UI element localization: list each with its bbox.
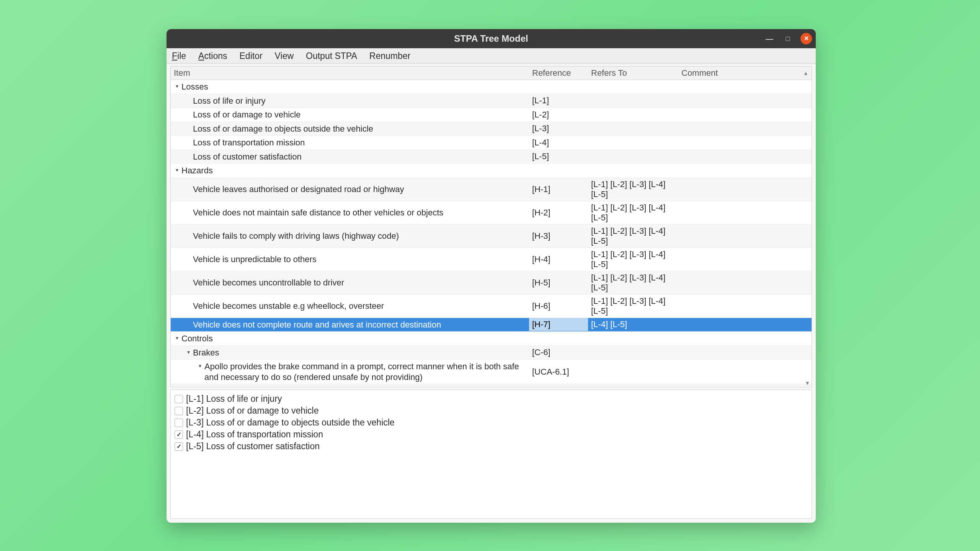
reference-cell: [H-1] (529, 183, 588, 196)
scrollbar-down-icon[interactable]: ▼ (805, 380, 810, 386)
item-cell: Vehicle leaves authorised or designated … (171, 183, 529, 196)
item-text: Brakes (193, 347, 526, 358)
menu-view[interactable]: View (273, 50, 295, 62)
menubar: FileActionsEditorViewOutput STPARenumber (167, 48, 816, 64)
refers-to-cell (588, 141, 678, 144)
scrollbar-up-icon[interactable]: ▲ (800, 70, 812, 76)
loss-check-label: [L-1] Loss of life or injury (186, 393, 282, 405)
item-cell: ▾Apollo provides the brake command in a … (171, 360, 529, 384)
column-reference[interactable]: Reference (529, 67, 588, 80)
reference-cell: [H-5] (529, 276, 588, 289)
reference-cell: [L-3] (529, 122, 588, 135)
refers-to-cell: [L-1] [L-2] [L-3] [L-4] [L-5] (588, 271, 678, 294)
comment-cell (678, 211, 800, 214)
item-cell: Loss of customer satisfaction (171, 150, 529, 164)
checkbox[interactable] (175, 430, 183, 439)
menu-output-stpa[interactable]: Output STPA (304, 50, 359, 62)
item-cell: Vehicle becomes uncontrollable to driver (171, 276, 529, 290)
checkbox[interactable] (175, 407, 183, 415)
titlebar[interactable]: STPA Tree Model (167, 29, 816, 48)
item-cell: ▾Brakes (171, 346, 529, 360)
item-text: Vehicle becomes unstable e.g wheellock, … (193, 301, 526, 311)
table-row[interactable]: Loss of life or injury[L-1] (171, 94, 812, 108)
table-row[interactable]: Vehicle does not complete route and ariv… (171, 318, 812, 332)
refers-to-cell: [L-4] [L-5] (588, 318, 678, 331)
table-row[interactable]: Vehicle does not maintain safe distance … (171, 201, 812, 225)
reference-cell: [L-4] (529, 136, 588, 149)
table-row[interactable]: Loss of transportation mission[L-4] (171, 136, 812, 150)
menu-file[interactable]: File (170, 50, 188, 62)
table-row[interactable]: Vehicle becomes uncontrollable to driver… (171, 271, 812, 295)
item-cell: ▾Controls (171, 332, 529, 346)
comment-cell (678, 188, 800, 191)
menu-renumber[interactable]: Renumber (368, 50, 412, 62)
item-text: Vehicle is unpredictable to others (193, 254, 526, 265)
table-row[interactable]: ▾Hazards (171, 164, 812, 178)
item-text: Controls (181, 333, 526, 344)
column-comment[interactable]: Comment (678, 67, 800, 80)
comment-cell (678, 141, 800, 144)
expander-down-icon[interactable]: ▾ (197, 363, 203, 370)
comment-cell (678, 323, 800, 326)
comment-cell (678, 281, 800, 284)
loss-check-item[interactable]: [L-1] Loss of life or injury (175, 393, 808, 405)
window-title: STPA Tree Model (454, 33, 528, 44)
table-header: Item Reference Refers To Comment ▲ (171, 67, 812, 80)
reference-cell: [C-6] (529, 346, 588, 359)
comment-cell (678, 235, 800, 238)
loss-check-item[interactable]: [L-3] Loss of or damage to objects outsi… (175, 417, 808, 429)
loss-checklist-pane: [L-1] Loss of life or injury[L-2] Loss o… (170, 390, 812, 519)
expander-down-icon[interactable]: ▾ (174, 167, 180, 174)
item-text: Loss of customer satisfaction (193, 152, 526, 162)
table-row[interactable]: ▾True Statement from the CA context: It … (171, 384, 812, 386)
refers-to-cell (588, 99, 678, 102)
loss-check-label: [L-3] Loss of or damage to objects outsi… (186, 417, 395, 429)
loss-check-item[interactable]: [L-4] Loss of transportation mission (175, 429, 808, 440)
column-refers-to[interactable]: Refers To (588, 67, 678, 80)
table-row[interactable]: Vehicle is unpredictable to others[H-4][… (171, 248, 812, 271)
expander-down-icon[interactable]: ▾ (185, 349, 191, 356)
item-text: Loss of or damage to objects outside the… (193, 124, 526, 134)
item-cell: Vehicle becomes unstable e.g wheellock, … (171, 299, 529, 313)
refers-to-cell: [L-1] [L-2] [L-3] [L-4] [L-5] (588, 201, 678, 224)
checkbox[interactable] (175, 442, 183, 451)
reference-cell (529, 337, 588, 340)
expander-down-icon[interactable]: ▾ (174, 83, 180, 90)
item-text: Loss of life or injury (193, 96, 526, 106)
table-row[interactable]: ▾Losses (171, 80, 812, 94)
refers-to-cell (588, 113, 678, 116)
comment-cell (678, 370, 800, 373)
loss-check-item[interactable]: [L-5] Loss of customer satisfaction (175, 440, 808, 452)
item-cell: Loss of transportation mission (171, 136, 529, 150)
table-body[interactable]: ▾LossesLoss of life or injury[L-1]Loss o… (171, 80, 812, 386)
item-text: Loss of or damage to vehicle (193, 109, 526, 120)
close-button[interactable] (800, 33, 812, 44)
item-cell: ▾True Statement from the CA context: It … (171, 384, 529, 386)
minimize-button[interactable] (764, 33, 775, 44)
table-row[interactable]: Loss of or damage to vehicle[L-2] (171, 108, 812, 122)
item-cell: Vehicle does not complete route and ariv… (171, 318, 529, 332)
table-row[interactable]: Vehicle becomes unstable e.g wheellock, … (171, 295, 812, 318)
tree-table: Item Reference Refers To Comment ▲ ▾Loss… (170, 66, 812, 387)
column-item[interactable]: Item (171, 67, 529, 80)
checkbox[interactable] (175, 395, 183, 403)
menu-editor[interactable]: Editor (238, 50, 264, 62)
loss-check-item[interactable]: [L-2] Loss of or damage to vehicle (175, 405, 808, 417)
item-text: Apollo provides the brake command in a p… (204, 361, 526, 382)
table-row[interactable]: Vehicle fails to comply with driving law… (171, 225, 812, 248)
maximize-button[interactable] (782, 33, 794, 44)
table-row[interactable]: ▾Brakes[C-6] (171, 346, 812, 360)
checkbox[interactable] (175, 419, 183, 427)
window-controls (764, 29, 812, 48)
menu-actions[interactable]: Actions (197, 50, 229, 62)
table-row[interactable]: ▾Apollo provides the brake command in a … (171, 360, 812, 384)
table-row[interactable]: ▾Controls (171, 332, 812, 346)
comment-cell (678, 155, 800, 158)
expander-down-icon[interactable]: ▾ (174, 335, 180, 342)
item-cell: Loss of or damage to vehicle (171, 108, 529, 122)
item-text: Vehicle does not maintain safe distance … (193, 207, 526, 218)
loss-check-label: [L-5] Loss of customer satisfaction (186, 440, 320, 452)
table-row[interactable]: Loss of customer satisfaction[L-5] (171, 150, 812, 164)
table-row[interactable]: Loss of or damage to objects outside the… (171, 122, 812, 136)
table-row[interactable]: Vehicle leaves authorised or designated … (171, 178, 812, 201)
